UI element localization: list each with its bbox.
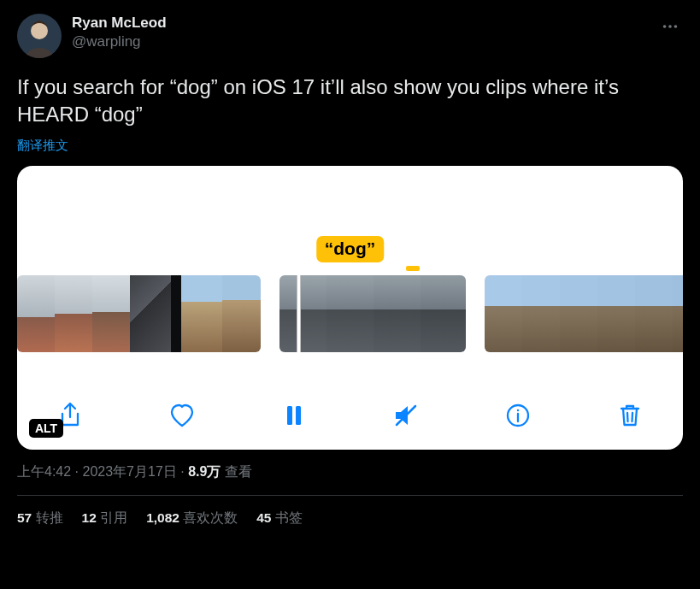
display-name: Ryan McLeod [72,14,167,32]
search-term-pill: “dog” [316,236,384,262]
media-attachment[interactable]: “dog” [17,166,683,450]
playhead[interactable] [297,275,301,352]
tweet-meta: 上午4:42 · 2023年7月17日 · 8.9万 查看 [17,463,683,481]
meta-time[interactable]: 上午4:42 [17,464,71,479]
tweet-container: Ryan McLeod @warpling If you search for … [0,0,700,541]
stat-bookmarks[interactable]: 45 书签 [256,509,303,527]
more-options-button[interactable] [657,14,683,44]
tweet-stats: 57 转推 12 引用 1,082 喜欢次数 45 书签 [17,496,683,541]
svg-rect-5 [287,406,292,425]
translate-link[interactable]: 翻译推文 [17,138,68,154]
views-count: 8.9万 [188,464,221,479]
meta-date[interactable]: 2023年7月17日 [82,464,176,479]
svg-point-4 [674,25,678,28]
timeline-clip[interactable] [279,275,466,352]
views-label: 查看 [225,464,252,479]
handle: @warpling [72,32,167,51]
marker-tick [406,266,420,271]
tweet-header: Ryan McLeod @warpling [17,14,683,58]
alt-badge[interactable]: ALT [29,419,63,438]
svg-point-2 [663,25,667,28]
avatar[interactable] [17,14,62,58]
stat-retweets[interactable]: 57 转推 [17,509,63,527]
timeline-clip[interactable] [17,275,261,352]
svg-point-9 [517,409,519,411]
timeline-clip[interactable] [485,275,683,352]
author-block[interactable]: Ryan McLeod @warpling [72,14,167,51]
tweet-text: If you search for “dog” on iOS 17 it’ll … [17,74,683,129]
pause-button[interactable] [275,397,313,434]
mute-button[interactable] [387,397,425,434]
info-button[interactable] [499,397,537,434]
stat-quotes[interactable]: 12 引用 [82,509,128,527]
svg-rect-6 [296,406,301,425]
svg-point-3 [668,25,672,28]
like-button[interactable] [163,397,201,434]
stat-likes[interactable]: 1,082 喜欢次数 [146,509,238,527]
delete-button[interactable] [611,397,649,434]
media-toolbar [17,397,683,434]
video-timeline[interactable] [17,275,683,352]
